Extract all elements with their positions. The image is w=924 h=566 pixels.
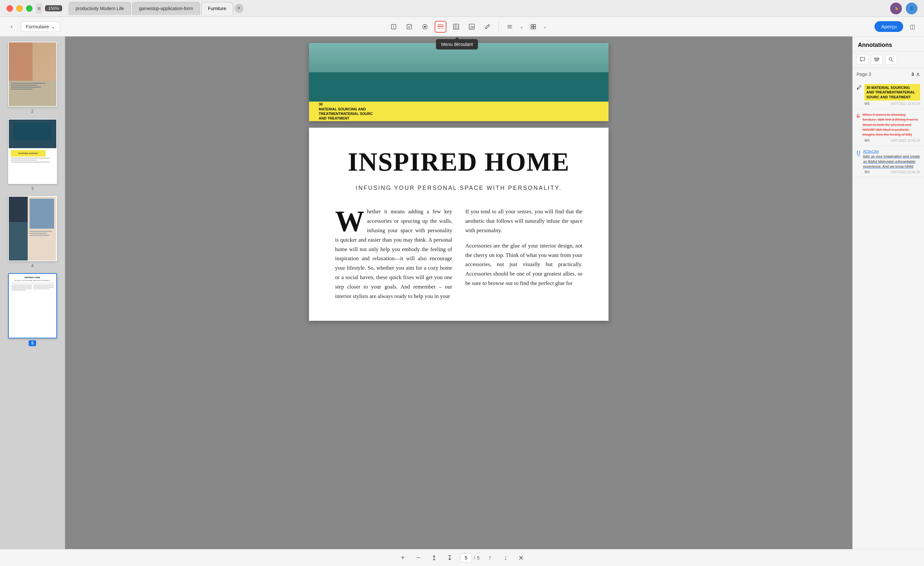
thumbnail-frame-5: INSPIRED HOME INFUSING YOUR PERSONAL SPA… [8, 273, 57, 338]
tab-bar: productivity Modern Life gamestop-applic… [62, 0, 890, 17]
annotations-expand-button[interactable]: ∧ [916, 71, 920, 78]
thumbnail-badge-5: 5 [28, 340, 36, 346]
tab-furniture[interactable]: Furniture [201, 2, 233, 15]
align-chevron[interactable]: ⌄ [520, 24, 524, 29]
content-area[interactable]: 30 MATERIAL SOURCING AND TREATMENTMATERI… [65, 36, 852, 549]
svg-rect-21 [874, 58, 879, 59]
annotation-2-user: WS [864, 139, 870, 142]
user-avatar-primary: 🎭 [890, 3, 902, 14]
tab-productivity[interactable]: productivity Modern Life [69, 2, 131, 15]
annotation-item-2[interactable]: S̶ When it comes to choosing furniture, … [853, 109, 924, 146]
annotations-page-label: Page 3 [856, 72, 871, 77]
annotation-2-meta: WS 14/07/2021 10:41:19 [856, 139, 920, 142]
annotation-3-meta: WS 14/07/2021 10:41:26 [856, 170, 920, 174]
annotation-item-1[interactable]: 🖊 30 MATERIAL SOURCING AND TREATMENTMATE… [853, 81, 924, 109]
page5-content: INSPIRED HOME INFUSING YOUR PERSONAL SPA… [309, 128, 609, 321]
svg-rect-5 [438, 25, 443, 26]
page-up-button[interactable]: ↑ [485, 552, 495, 563]
formulaire-dropdown[interactable]: Formulaire ⌄ [21, 21, 60, 32]
new-tab-button[interactable]: + [234, 4, 243, 13]
annotation-item-3[interactable]: U̲ ACIbiCIliii light up your imagination… [853, 146, 924, 178]
thumbnail-5[interactable]: INSPIRED HOME INFUSING YOUR PERSONAL SPA… [4, 273, 61, 346]
maximize-window-button[interactable] [26, 5, 33, 12]
underline-icon: U̲ [856, 150, 861, 156]
back-button[interactable]: ‹ [6, 21, 17, 32]
zoom-out-button[interactable]: − [413, 552, 424, 563]
fit-width-button[interactable]: ↥ [429, 552, 439, 563]
page-3-document: 30 MATERIAL SOURCING AND TREATMENTMATERI… [309, 43, 609, 121]
page5-right-col: If you tend to all your senses, you will… [465, 207, 582, 301]
main-layout: 2 30 MATERIAL SOURCING 3 [0, 36, 924, 549]
svg-line-25 [892, 60, 893, 62]
toolbar-divider-1 [498, 22, 499, 32]
svg-rect-6 [438, 27, 443, 29]
thumbnail-3[interactable]: 30 MATERIAL SOURCING 3 [4, 119, 61, 191]
page5-right-para2: Accessories are the glue of your interio… [465, 241, 582, 288]
close-viewer-button[interactable]: ✕ [516, 552, 526, 563]
total-pages: 5 [477, 555, 480, 560]
minimize-window-button[interactable] [16, 5, 23, 12]
thumbnail-number-2: 2 [31, 109, 33, 114]
page3-hero-image [309, 43, 609, 102]
thumbnail-4[interactable]: 4 [4, 196, 61, 268]
toolbar-center: T ⌄ ⌄ [66, 21, 870, 33]
page5-right-para1: If you tend to all your senses, you will… [465, 207, 582, 236]
draw-tool[interactable] [482, 21, 493, 33]
annotations-list: 🖊 30 MATERIAL SOURCING AND TREATMENTMATE… [853, 81, 924, 549]
page5-left-col: Whether it means adding a few key access… [335, 207, 452, 301]
page5-title: INSPIRED HOME [335, 147, 582, 177]
align-tool[interactable] [504, 21, 516, 33]
zoom-in-button[interactable]: + [398, 552, 408, 563]
toolbar-left: ‹ Formulaire ⌄ [6, 21, 60, 32]
svg-text:T: T [393, 25, 394, 29]
annotation-3-user: WS [864, 170, 870, 174]
dropdown-tool[interactable] [435, 21, 446, 33]
titlebar-right: 🎭 👤 [890, 3, 924, 14]
annotation-1-content: 30 MATERIAL SOURCING AND TREATMENTMATERI… [864, 84, 920, 101]
annotation-3-content: ACIbiCIliii light up your imagination an… [863, 149, 920, 169]
annotation-highlight-tool[interactable] [871, 55, 883, 65]
apercu-button[interactable]: Aperçu [874, 21, 903, 32]
checkbox-tool[interactable] [404, 21, 415, 33]
current-page-input[interactable] [460, 553, 472, 562]
close-window-button[interactable] [6, 5, 13, 12]
toolbar: ‹ Formulaire ⌄ T ⌄ [0, 17, 924, 36]
annotation-1-meta: WS 14/07/2021 10:41:14 [856, 102, 920, 105]
page-thumbnail-toggle[interactable]: ⊞ [36, 3, 42, 14]
annotations-count: 3 [911, 72, 914, 77]
traffic-lights [0, 5, 33, 12]
thumbnail-frame-4 [8, 196, 57, 261]
page5-drop-cap: W [335, 207, 367, 233]
titlebar: ⊞ 150% productivity Modern Life gamestop… [0, 0, 924, 17]
thumbnail-2[interactable]: 2 [4, 42, 61, 114]
page-5-document: INSPIRED HOME INFUSING YOUR PERSONAL SPA… [309, 128, 609, 321]
page-down-button[interactable]: ↓ [500, 552, 511, 563]
annotation-comment-tool[interactable] [856, 55, 868, 65]
page3-teal-overlay [309, 72, 609, 102]
svg-rect-7 [453, 24, 459, 29]
thumbnails-sidebar: 2 30 MATERIAL SOURCING 3 [0, 36, 65, 549]
annotation-1-header: 🖊 30 MATERIAL SOURCING AND TREATMENTMATE… [856, 84, 920, 101]
thumbnail-number-4: 4 [31, 263, 33, 268]
svg-rect-2 [407, 24, 411, 29]
grid-tool[interactable] [528, 21, 539, 33]
sidebar-toggle-button[interactable]: ◫ [907, 21, 918, 32]
annotations-tools [853, 51, 924, 68]
radio-tool[interactable] [419, 21, 431, 33]
table-tool[interactable] [450, 21, 462, 33]
grid-chevron[interactable]: ⌄ [543, 24, 547, 29]
page5-body: Whether it means adding a few key access… [335, 207, 582, 301]
annotations-page-header: Page 3 3 ∧ [853, 68, 924, 81]
annotation-1-date: 14/07/2021 10:41:14 [890, 102, 920, 105]
text-field-tool[interactable]: T [388, 21, 399, 33]
page3-yellow-block: 30 MATERIAL SOURCING AND TREATMENTMATERI… [309, 102, 609, 121]
tab-gamestop[interactable]: gamestop-application-form [132, 2, 200, 15]
svg-rect-16 [531, 24, 533, 26]
annotation-2-header: S̶ When it comes to choosing furniture, … [856, 113, 920, 137]
fit-page-button[interactable]: ↧ [444, 552, 455, 563]
annotation-search-tool[interactable] [885, 55, 897, 65]
page-navigation: / 5 [460, 553, 480, 562]
signature-tool[interactable] [466, 21, 478, 33]
svg-rect-20 [860, 57, 865, 60]
zoom-level: 150% [45, 5, 62, 11]
